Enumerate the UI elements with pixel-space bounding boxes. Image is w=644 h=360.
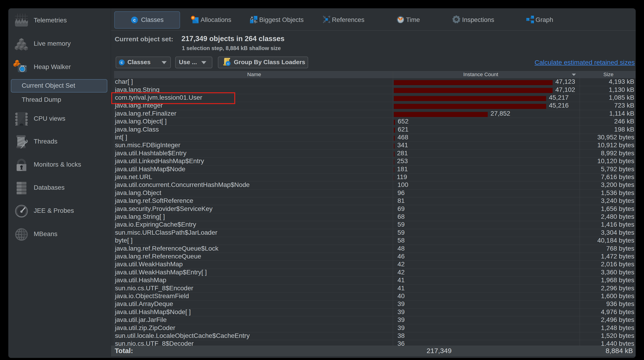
svg-text:c: c <box>133 18 136 22</box>
svg-text:c: c <box>227 62 229 65</box>
svg-text:c: c <box>121 60 123 64</box>
